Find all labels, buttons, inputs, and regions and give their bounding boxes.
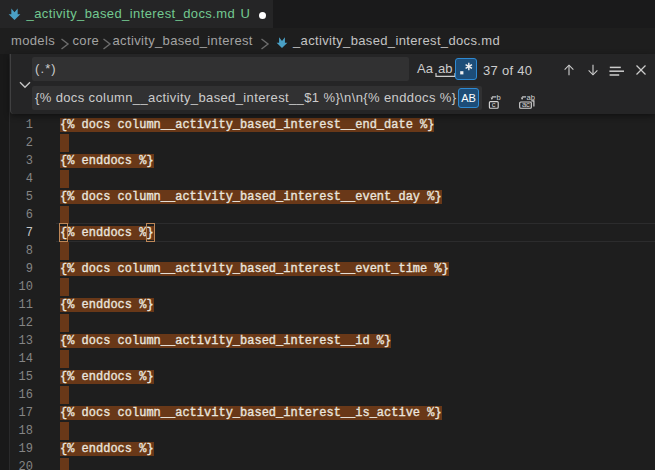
svg-text:ac: ac	[522, 100, 530, 109]
svg-text:b: b	[497, 94, 501, 102]
svg-text:c: c	[492, 100, 496, 109]
